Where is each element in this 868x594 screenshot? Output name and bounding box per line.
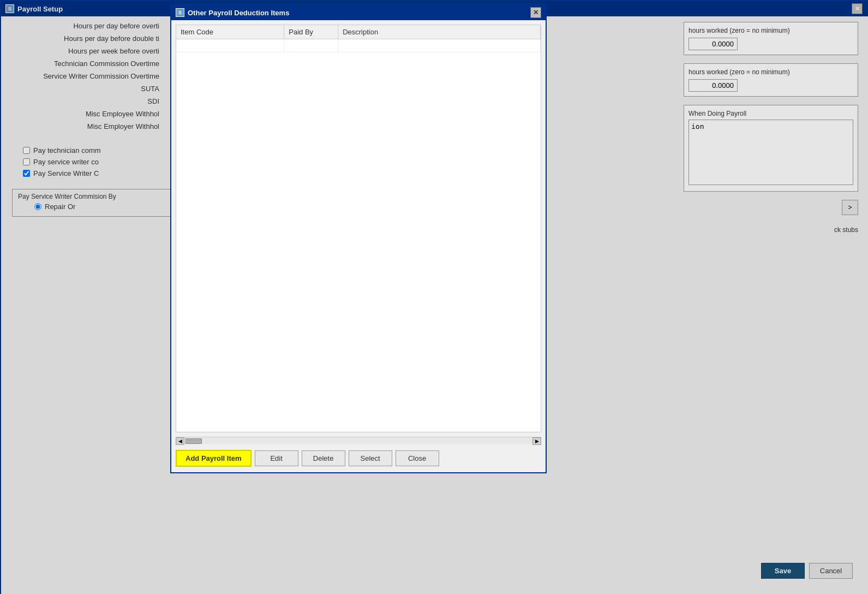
dialog-close-button[interactable]: ✕ <box>530 7 541 18</box>
col-header-description: Description <box>338 25 541 39</box>
cell-paid-by <box>284 39 338 52</box>
scroll-left-button[interactable]: ◀ <box>176 437 184 445</box>
deduction-items-table: Item Code Paid By Description <box>176 25 541 52</box>
cell-description <box>338 39 541 52</box>
cell-item-code <box>176 39 284 52</box>
add-payroll-item-button[interactable]: Add Payroll Item <box>176 450 252 467</box>
table-row <box>176 39 541 52</box>
dialog-titlebar: S Other Payroll Deduction Items ✕ <box>171 5 546 20</box>
dialog-body: Item Code Paid By Description <box>171 20 546 472</box>
deduction-items-tbody <box>176 39 541 52</box>
edit-button[interactable]: Edit <box>255 450 298 466</box>
dialog-title: Other Payroll Deduction Items <box>188 9 289 17</box>
col-header-item-code: Item Code <box>176 25 284 39</box>
scroll-right-button[interactable]: ▶ <box>532 437 541 445</box>
dialog-button-bar: Add Payroll Item Edit Delete Select Clos… <box>171 444 546 472</box>
delete-button[interactable]: Delete <box>302 450 345 466</box>
select-button[interactable]: Select <box>349 450 392 466</box>
main-window: S Payroll Setup ✕ Hours per day before o… <box>0 0 868 594</box>
horizontal-scrollbar[interactable]: ◀ ▶ <box>176 437 541 444</box>
col-header-paid-by: Paid By <box>284 25 338 39</box>
close-button[interactable]: Close <box>396 450 439 466</box>
dialog-app-icon: S <box>176 8 184 17</box>
deduction-items-table-container[interactable]: Item Code Paid By Description <box>176 25 541 432</box>
dialog-window: S Other Payroll Deduction Items ✕ Item C… <box>170 4 547 473</box>
scroll-thumb[interactable] <box>185 438 202 444</box>
